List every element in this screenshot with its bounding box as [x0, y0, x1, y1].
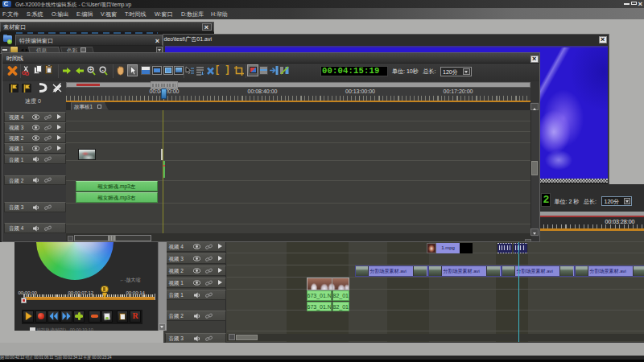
svg-text:+: + [89, 67, 93, 72]
svg-text:-: - [102, 67, 104, 72]
